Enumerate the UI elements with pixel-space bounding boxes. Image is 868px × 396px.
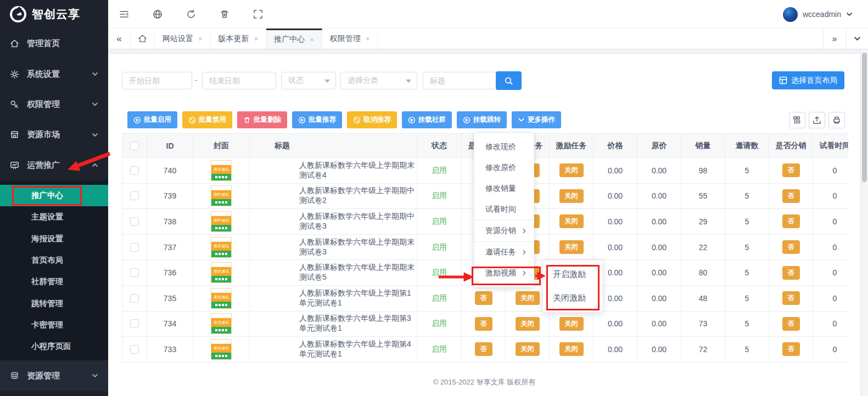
category-select[interactable]: 选择分类 [340,72,417,89]
table-row: 735 单元测试 人教新课标数学六年级上学期第1单元测试卷1 启用 否 关闭 关… [122,286,848,312]
row-checkbox[interactable] [130,243,139,252]
cover-thumbnail: 单元测试 [211,313,232,334]
language-globe-icon[interactable] [152,8,164,20]
sidebar-item-dashboard[interactable]: 管理首页 [0,29,108,59]
sidebar-item-operations-promo[interactable]: 运营推广 [0,150,108,180]
cover-thumbnail: 期中测试 [211,185,232,206]
avatar [783,7,798,22]
caret-down-icon [406,80,411,83]
cover-thumbnail: 期末测试 [211,160,232,181]
submenu-item-enable-incentive[interactable]: 开启激励 [543,263,602,286]
row-checkbox[interactable] [130,166,139,175]
sidebar-subitem-miniprogram-pages[interactable]: 小程序页面 [0,336,108,357]
fullscreen-icon[interactable] [252,8,264,20]
menu-item-edit-price[interactable]: 修改现价 [474,137,534,157]
menu-item-edit-original-price[interactable]: 修改原价 [474,157,534,178]
start-date-input[interactable] [122,72,192,89]
tabs-options-dropdown[interactable] [845,29,868,49]
sidebar-item-system-settings[interactable]: 系统设置 [0,59,108,89]
menu-item-invite-task[interactable]: 邀请任务 [474,242,534,263]
close-tab-icon[interactable]: × [254,35,259,43]
submenu-item-disable-incentive[interactable]: 关闭激励 [543,286,602,310]
date-separator: - [195,76,198,84]
choose-home-layout-button[interactable]: 选择首页布局 [772,71,844,89]
batch-enable-button[interactable]: 批量启用 [127,111,177,128]
column-settings-button[interactable] [789,112,805,128]
batch-delete-button[interactable]: 批量删除 [237,111,287,128]
play-circle-icon [133,116,141,124]
menu-item-resource-distribution[interactable]: 资源分销 [474,220,534,241]
collapse-menu-icon[interactable] [118,8,130,20]
ban-icon [188,116,196,124]
distribution-badge: 否 [782,214,800,228]
row-checkbox[interactable] [130,268,139,277]
sidebar-subitem-redirect[interactable]: 跳转管理 [0,292,108,314]
row-checkbox[interactable] [130,345,139,354]
brand: 智创云享 [0,0,108,29]
incentive-badge: 关闭 [559,189,584,203]
status-text: 启用 [432,293,447,303]
search-button[interactable] [496,71,522,90]
sidebar-subitem-poster-settings[interactable]: 海报设置 [0,228,108,250]
vertical-scrollbar-thumb[interactable] [862,53,867,182]
batch-disable-button[interactable]: 批量禁用 [182,111,232,128]
tab-promo-center[interactable]: 推广中心× [266,29,322,49]
sidebar-item-resource-management[interactable]: 资源管理 [0,360,108,391]
row-checkbox[interactable] [130,191,139,200]
double-chevron-left-icon: « [116,33,121,44]
tab-home[interactable] [130,29,155,49]
tab-site-settings[interactable]: 网站设置× [155,29,211,49]
status-text: 启用 [432,242,447,252]
mount-redirect-button[interactable]: 挂载跳转 [457,111,507,128]
mount-community-button[interactable]: 挂载社群 [402,111,452,128]
print-button[interactable] [828,112,845,128]
invite-task-badge: 关闭 [516,342,540,356]
row-checkbox[interactable] [130,294,139,303]
sidebar-subitem-community[interactable]: 社群管理 [0,271,108,292]
distribution-badge: 否 [782,163,800,177]
status-select[interactable]: 状态 [281,72,336,89]
copyright-text: © 2015-2022 智享文库 版权所有 [433,377,536,387]
more-operations-button[interactable]: 更多操作 [512,111,561,128]
title-search-input[interactable] [423,72,504,89]
cover-thumbnail: 期末测试 [211,262,232,283]
table-row: 733 单元测试 人教新课标数学六年级上学期第4单元测试卷1 启用 否 关闭 关… [122,337,848,363]
incentive-badge: 关闭 [559,240,584,254]
sidebar-submenu: 推广中心 主题设置 海报设置 首页布局 社群管理 跳转管理 卡密管理 小程序页面 [0,180,108,360]
sidebar-subitem-card-keys[interactable]: 卡密管理 [0,314,108,336]
tabs-scroll-right[interactable]: » [823,29,845,49]
tab-version-update[interactable]: 版本更新× [211,29,267,49]
batch-recommend-button[interactable]: 批量推荐 [292,111,342,128]
printer-icon [832,116,841,125]
end-date-input[interactable] [202,72,276,89]
user-menu[interactable]: wcceadmin [783,0,853,29]
sidebar-subitem-promo-center[interactable]: 推广中心 [0,185,108,206]
export-button[interactable] [809,112,825,128]
menu-item-edit-sales[interactable]: 修改销量 [474,178,534,199]
chevron-down-icon [92,71,98,77]
close-tab-icon[interactable]: × [198,35,203,43]
layout-icon [779,76,787,84]
select-all-checkbox[interactable] [130,142,139,150]
search-icon [504,76,513,86]
sidebar-item-permissions[interactable]: 权限管理 [0,89,108,120]
menu-item-trial-time[interactable]: 试看时间 [474,199,534,220]
tab-permission-management[interactable]: 权限管理× [322,29,378,49]
close-tab-icon[interactable]: × [310,36,314,44]
sidebar-subitem-home-layout[interactable]: 首页布局 [0,250,108,271]
trash-icon[interactable] [219,8,231,20]
incentive-badge: 关闭 [559,342,584,356]
cancel-recommend-button[interactable]: 取消推荐 [347,111,397,128]
close-tab-icon[interactable]: × [366,35,370,43]
refresh-icon[interactable] [185,8,197,20]
menu-item-incentive-video[interactable]: 激励视频 [474,263,534,284]
incentive-video-submenu: 开启激励 关闭激励 [542,260,603,313]
row-checkbox[interactable] [130,217,139,226]
sidebar-subitem-theme-settings[interactable]: 主题设置 [0,206,108,228]
row-checkbox[interactable] [130,319,139,328]
tabs-scroll-left[interactable]: « [108,29,130,49]
cover-thumbnail: 期末测试 [211,237,232,258]
sidebar-item-resource-market[interactable]: 资源市场 [0,120,108,150]
promo-board-icon [10,161,19,170]
distribution-badge: 否 [782,317,800,331]
